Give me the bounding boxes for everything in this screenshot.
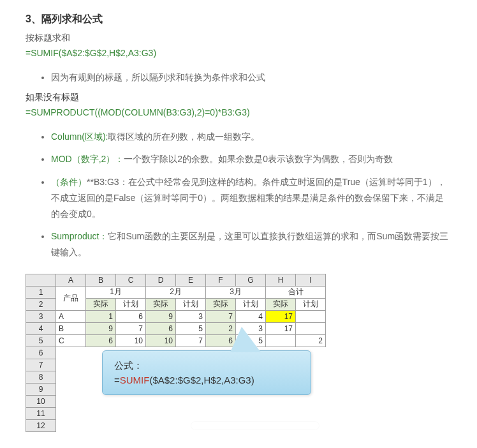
col-E: E: [176, 274, 206, 286]
col-H: H: [266, 274, 296, 286]
section-title: 3、隔列求和公式: [26, 13, 451, 26]
cell-D5: 10: [146, 334, 176, 347]
sub-I2: 计划: [296, 298, 326, 310]
sumprod-prefix: Sumproduct：: [51, 231, 108, 241]
column-rest: 取得区域的所在列数，构成一组数字。: [108, 131, 260, 142]
cell-I5: 2: [296, 334, 326, 347]
rownum-8: 8: [26, 371, 56, 383]
column-prefix: Column(区域):: [51, 131, 108, 142]
row-4: 4 B 9 7 6 5 2 3 17: [26, 322, 326, 334]
cell-A3: A: [56, 310, 86, 322]
rownum-4: 4: [26, 322, 56, 334]
callout-wrap: 公式： =SUMIF($A$2:$G$2,H$2,A3:G3): [102, 350, 311, 395]
callout-args: ($A$2:$G$2,H$2,A3:G3): [149, 375, 254, 385]
cell-C3: 6: [116, 310, 146, 322]
month-2: 2月: [146, 286, 206, 298]
cell-I3: [296, 310, 326, 322]
no-title-label: 如果没有标题: [26, 92, 451, 103]
month-1: 1月: [86, 286, 146, 298]
rownum-11: 11: [26, 407, 56, 419]
cell-E5: 7: [176, 334, 206, 347]
col-D: D: [146, 274, 176, 286]
corner-cell: [26, 274, 56, 286]
formula-sumproduct: =SUMPRODUCT((MOD(COLUMN(B3:G3),2)=0)*B3:…: [26, 107, 451, 117]
rownum-3: 3: [26, 310, 56, 322]
bullet-list-1: 因为有规则的标题，所以隔列求和转换为条件求和公式: [26, 70, 451, 86]
col-header-row: A B C D E F G H I: [26, 274, 326, 286]
mod-prefix: MOD（数字,2）：: [51, 154, 124, 164]
cell-B4: 9: [86, 322, 116, 334]
col-F: F: [206, 274, 236, 286]
bullet-condition: （条件）**B3:G3：在公式中经常会见到这样的结构。条件成立时返回的是True…: [51, 174, 451, 223]
cond-prefix: （条件）: [51, 177, 87, 187]
cell-H4: 17: [266, 322, 296, 334]
cell-H5: [266, 334, 296, 347]
rownum-9: 9: [26, 383, 56, 395]
rownum-7: 7: [26, 359, 56, 371]
col-A: A: [56, 274, 86, 286]
cell-A4: B: [56, 322, 86, 334]
cell-E4: 5: [176, 322, 206, 334]
cell-B3: 1: [86, 310, 116, 322]
rownum-6: 6: [26, 347, 56, 359]
cell-A5: C: [56, 334, 86, 347]
callout-formula: =SUMIF($A$2:$G$2,H$2,A3:G3): [114, 375, 299, 385]
cell-B5: 6: [86, 334, 116, 347]
row-3: 3 A 1 6 9 3 7 4 17: [26, 310, 326, 322]
product-header: 产品: [56, 286, 86, 310]
sub-B2: 实际: [86, 298, 116, 310]
rownum-1: 1: [26, 286, 56, 298]
rownum-10: 10: [26, 395, 56, 407]
bullet-mod: MOD（数字,2）：一个数字除以2的余数。如果余数是0表示该数字为偶数，否则为奇…: [51, 151, 451, 167]
sub-G2: 计划: [236, 298, 266, 310]
callout-line1: 公式：: [114, 360, 299, 372]
cell-F3: 7: [206, 310, 236, 322]
col-B: B: [86, 274, 116, 286]
formula-callout: 公式： =SUMIF($A$2:$G$2,H$2,A3:G3): [102, 350, 311, 395]
spreadsheet-area: A B C D E F G H I 1 产品 1月 2月 3月 合计 2 实际 …: [26, 274, 451, 432]
row-1: 1 产品 1月 2月 3月 合计: [26, 286, 326, 298]
cell-H3-highlight: 17: [266, 310, 296, 322]
bullet-column: Column(区域):取得区域的所在列数，构成一组数字。: [51, 129, 451, 145]
cell-E3: 3: [176, 310, 206, 322]
sumprod-rest: 它和Sum函数的主要区别是，这里可以直接执行数组运算的求和，而Sum函数需要按三…: [51, 231, 448, 257]
bullet-sumproduct: Sumproduct：它和Sum函数的主要区别是，这里可以直接执行数组运算的求和…: [51, 228, 451, 260]
cell-C4: 7: [116, 322, 146, 334]
bullet-list-2: Column(区域):取得区域的所在列数，构成一组数字。 MOD（数字,2）：一…: [26, 129, 451, 260]
callout-fn: SUMIF: [120, 375, 150, 385]
col-C: C: [116, 274, 146, 286]
bullet-rule: 因为有规则的标题，所以隔列求和转换为条件求和公式: [51, 70, 451, 86]
rownum-2: 2: [26, 298, 56, 310]
sub-C2: 计划: [116, 298, 146, 310]
col-I: I: [296, 274, 326, 286]
cell-G3: 4: [236, 310, 266, 322]
month-3: 3月: [206, 286, 266, 298]
mod-rest: 一个数字除以2的余数。如果余数是0表示该数字为偶数，否则为奇数: [124, 154, 393, 164]
callout-eq: =: [114, 375, 120, 385]
row-5: 5 C 6 10 10 7 6 5 2: [26, 334, 326, 347]
sub-H2: 实际: [266, 298, 296, 310]
cell-C5: 10: [116, 334, 146, 347]
cond-mid: **B3:G3：: [87, 177, 128, 187]
erase-mark: [191, 422, 319, 429]
cell-D4: 6: [146, 322, 176, 334]
subtitle: 按标题求和: [26, 33, 451, 44]
sub-E2: 计划: [176, 298, 206, 310]
sub-F2: 实际: [206, 298, 236, 310]
cell-D3: 9: [146, 310, 176, 322]
total-header: 合计: [266, 286, 326, 298]
cell-I4: [296, 322, 326, 334]
rownum-12: 12: [26, 419, 56, 431]
callout-pointer-icon: [230, 327, 261, 352]
rownum-5: 5: [26, 334, 56, 347]
formula-sumif: =SUMIF($A$2:$G$2,H$2,A3:G3): [26, 48, 451, 58]
sub-D2: 实际: [146, 298, 176, 310]
col-G: G: [236, 274, 266, 286]
